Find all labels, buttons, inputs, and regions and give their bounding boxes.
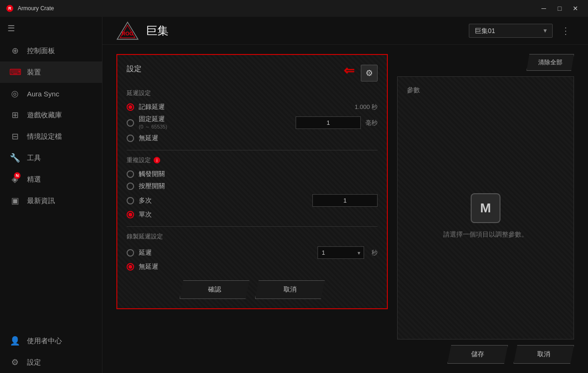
- multiple-radio[interactable]: [127, 197, 134, 204]
- titlebar: R Armoury Crate ─ □ ✕: [0, 0, 588, 17]
- save-button[interactable]: 儲存: [447, 345, 508, 364]
- user-center-icon: 👤: [9, 336, 20, 346]
- fixed-delay-input[interactable]: [296, 116, 361, 129]
- titlebar-left: R Armoury Crate: [6, 4, 54, 13]
- sidebar-item-control-panel[interactable]: ⊕ 控制面板: [0, 40, 102, 61]
- right-cancel-button[interactable]: 取消: [514, 345, 574, 364]
- aura-sync-icon: ◎: [9, 88, 20, 99]
- cancel-button[interactable]: 取消: [255, 280, 325, 299]
- sidebar: ☰ ⊕ 控制面板 ⌨ 裝置 ◎ Aura Sync ⊞ 遊戲收藏庫 ⊟ 情境設定…: [0, 17, 102, 373]
- confirm-button[interactable]: 確認: [180, 280, 250, 299]
- topbar-left: ROG 巨集: [116, 21, 169, 40]
- fixed-delay-label: 固定延遲 (0 ～ 65535): [139, 115, 167, 130]
- sidebar-item-scenario[interactable]: ⊟ 情境設定檔: [0, 126, 102, 147]
- sidebar-item-label: 裝置: [27, 68, 41, 77]
- maximize-button[interactable]: □: [553, 3, 567, 14]
- svg-text:R: R: [8, 6, 12, 11]
- trigger-switch-label: 觸發開關: [139, 170, 165, 178]
- record-delay-section-label: 錄製延遲設定: [127, 232, 378, 241]
- delay-value: 1.000 秒: [355, 103, 378, 111]
- titlebar-controls: ─ □ ✕: [537, 3, 582, 14]
- panel-bottom-buttons: 儲存 取消: [397, 345, 574, 364]
- sidebar-item-featured[interactable]: ◈ 精選 N: [0, 169, 102, 190]
- delay-dropdown[interactable]: 1 2 3: [318, 246, 364, 259]
- app-icon: R: [6, 4, 14, 13]
- multiple-row: 多次: [127, 194, 378, 207]
- delay-row: 延遲 1 2 3 ▼ 秒: [127, 246, 378, 259]
- settings-dialog-title: 設定: [127, 64, 142, 74]
- clear-all-row: 清除全部: [397, 54, 574, 71]
- close-button[interactable]: ✕: [568, 3, 582, 14]
- press-switch-option[interactable]: 按壓開關: [127, 182, 378, 190]
- parameter-panel: 參數 M 請選擇一個項目以調整參數。: [397, 76, 574, 339]
- minimize-button[interactable]: ─: [537, 3, 551, 14]
- sidebar-item-label: 控制面板: [27, 47, 55, 55]
- macro-dropdown[interactable]: 巨集01 巨集02 巨集03: [469, 24, 553, 38]
- more-options-button[interactable]: ⋮: [557, 23, 574, 38]
- delay-label: 延遲: [139, 249, 152, 257]
- repeat-section-label: 重複設定: [127, 156, 151, 164]
- sidebar-item-label: 情境設定檔: [27, 132, 62, 141]
- app-title: Armoury Crate: [18, 5, 54, 12]
- sidebar-item-label: 精選: [27, 175, 41, 184]
- gear-button[interactable]: ⚙: [361, 65, 378, 81]
- divider-1: [127, 150, 378, 150]
- fixed-delay-option[interactable]: 固定延遲 (0 ～ 65535): [127, 115, 167, 130]
- game-library-icon: ⊞: [9, 110, 20, 120]
- sidebar-item-aura-sync[interactable]: ◎ Aura Sync: [0, 83, 102, 104]
- second-unit: 秒: [372, 249, 378, 257]
- no-delay-record-option[interactable]: 無延遲: [127, 263, 378, 271]
- macro-select-wrapper: 巨集01 巨集02 巨集03 ▼: [469, 24, 553, 38]
- sidebar-item-label: Aura Sync: [27, 90, 59, 98]
- single-option[interactable]: 單次: [127, 210, 378, 219]
- multiple-option[interactable]: 多次: [127, 197, 152, 205]
- sidebar-item-news[interactable]: ▣ 最新資訊: [0, 190, 102, 211]
- fixed-delay-radio[interactable]: [127, 119, 134, 127]
- sidebar-item-game-library[interactable]: ⊞ 遊戲收藏庫: [0, 104, 102, 126]
- record-delay-radio[interactable]: [127, 103, 134, 111]
- sidebar-bottom: 👤 使用者中心 ⚙ 設定: [0, 330, 102, 373]
- no-delay-record-radio[interactable]: [127, 263, 134, 271]
- topbar: ROG 巨集 巨集01 巨集02 巨集03 ▼ ⋮: [102, 17, 588, 45]
- delay-dropdown-wrapper: 1 2 3 ▼: [318, 246, 364, 259]
- param-center: M 請選擇一個項目以調整參數。: [407, 102, 564, 330]
- main-area: 設定 ⇐ ⚙ 延遲設定 記錄延遲 1.: [102, 45, 588, 373]
- sidebar-item-settings[interactable]: ⚙ 設定: [0, 352, 102, 373]
- trigger-switch-option[interactable]: 觸發開關: [127, 170, 378, 178]
- news-icon: ▣: [9, 196, 20, 206]
- multiple-input[interactable]: [312, 194, 378, 207]
- fixed-delay-input-row: 固定延遲 (0 ～ 65535) 毫秒: [127, 115, 378, 130]
- param-title: 參數: [407, 86, 564, 95]
- scenario-icon: ⊟: [9, 131, 20, 142]
- menu-icon[interactable]: ☰: [0, 17, 102, 40]
- single-radio[interactable]: [127, 211, 134, 218]
- delay-radio[interactable]: [127, 249, 134, 257]
- sidebar-item-device[interactable]: ⌨ 裝置: [0, 61, 102, 83]
- record-delay-label: 記錄延遲: [139, 103, 165, 111]
- record-delay-option[interactable]: 記錄延遲: [127, 103, 165, 111]
- millisecond-unit: 毫秒: [365, 119, 378, 127]
- dialog-action-buttons: 確認 取消: [127, 280, 378, 299]
- page-title: 巨集: [146, 23, 169, 38]
- delay-option[interactable]: 延遲: [127, 249, 152, 257]
- sidebar-item-label: 使用者中心: [27, 337, 62, 346]
- left-panel: 設定 ⇐ ⚙ 延遲設定 記錄延遲 1.: [116, 54, 388, 364]
- no-delay-record-label: 無延遲: [139, 263, 158, 271]
- trigger-switch-radio[interactable]: [127, 170, 134, 178]
- no-delay-radio[interactable]: [127, 135, 134, 142]
- press-switch-label: 按壓開關: [139, 182, 165, 190]
- clear-all-button[interactable]: 清除全部: [527, 54, 574, 71]
- no-delay-label: 無延遲: [139, 134, 158, 142]
- settings-dialog: 設定 ⇐ ⚙ 延遲設定 記錄延遲 1.: [116, 54, 388, 309]
- no-delay-option[interactable]: 無延遲: [127, 134, 378, 142]
- repeat-section-header: 重複設定 i: [127, 156, 378, 164]
- param-icon: M: [471, 193, 500, 223]
- press-switch-radio[interactable]: [127, 183, 134, 190]
- tools-icon: 🔧: [9, 153, 20, 163]
- svg-text:ROG: ROG: [122, 31, 134, 36]
- sidebar-item-tools[interactable]: 🔧 工具: [0, 147, 102, 169]
- topbar-right: 巨集01 巨集02 巨集03 ▼ ⋮: [469, 23, 574, 38]
- sidebar-item-label: 最新資訊: [27, 197, 55, 205]
- fixed-delay-row: 固定延遲 (0 ～ 65535) 毫秒: [127, 115, 378, 130]
- sidebar-item-user-center[interactable]: 👤 使用者中心: [0, 330, 102, 352]
